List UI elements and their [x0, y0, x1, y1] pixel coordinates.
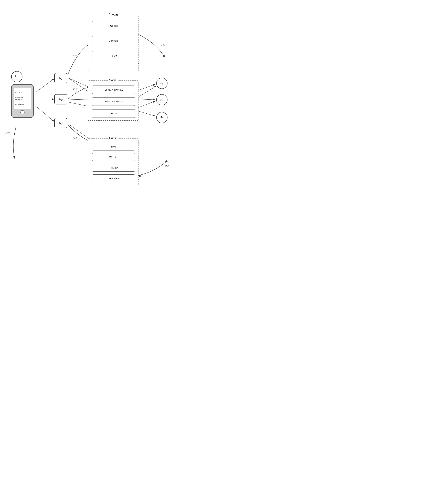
social-item-network2: Social Network 2: [92, 97, 135, 106]
social-item-email: Email: [92, 109, 135, 118]
friend-f1: F1: [156, 78, 168, 89]
public-item-review: Review: [92, 164, 135, 172]
node-n1: N1: [54, 73, 67, 83]
node-n2: N2: [54, 94, 67, 105]
private-title: Private: [107, 13, 119, 16]
private-item-journal: Journal: [92, 21, 135, 30]
private-item-calendar: Calendar: [92, 36, 135, 45]
label-250: 250: [165, 165, 169, 168]
note-content: Note Content#category 1#category 2@bindi…: [15, 92, 24, 105]
label-140: 140: [5, 131, 9, 134]
svg-line-2: [37, 79, 54, 92]
label-240: 240: [73, 137, 77, 140]
public-item-website: Website: [92, 153, 135, 161]
phone-home-button: [20, 110, 24, 114]
label-220: 220: [73, 88, 77, 91]
user-label: U1: [15, 75, 19, 79]
social-item-network1: Social Network 1: [92, 86, 135, 94]
phone-screen: Note Content#category 1#category 2@bindi…: [14, 88, 31, 109]
social-group-box: Social Social Network 1 Social Network 2…: [88, 81, 138, 121]
node-n3: N3: [54, 118, 67, 128]
svg-line-4: [37, 107, 54, 122]
private-group-box: Private Journal Calendar To Do: [88, 15, 138, 71]
public-item-blog: Blog: [92, 143, 135, 151]
friend-f3: F3: [156, 112, 168, 123]
social-title: Social: [108, 79, 119, 82]
label-210: 210: [73, 53, 77, 56]
label-230: 230: [161, 43, 165, 46]
user-circle: U1: [11, 71, 23, 82]
phone: Note Content#category 1#category 2@bindi…: [11, 84, 34, 118]
diagram: U1 Note Content#category 1#category 2@bi…: [0, 0, 187, 202]
private-item-todo: To Do: [92, 51, 135, 60]
public-title: Public: [108, 137, 119, 140]
public-item-commerce: Commerce: [92, 174, 135, 182]
friend-f2: F2: [156, 94, 168, 105]
public-group-box: Public Blog Website Review Commerce: [88, 138, 138, 185]
